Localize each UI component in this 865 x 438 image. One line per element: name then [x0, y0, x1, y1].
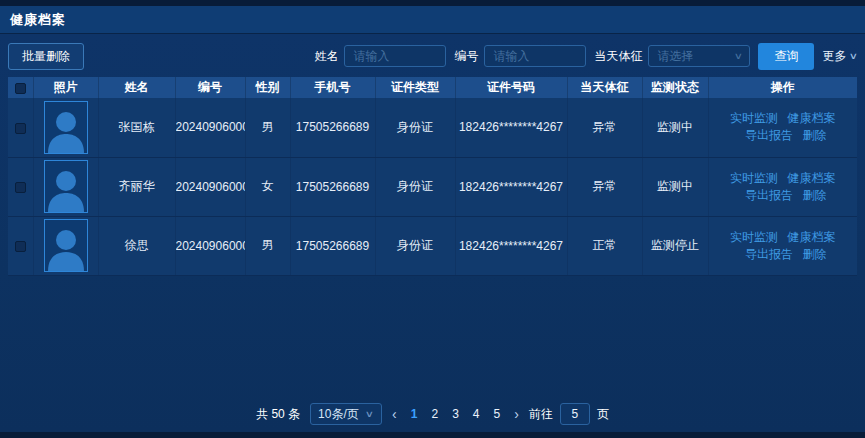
name-filter-label: 姓名	[314, 48, 338, 65]
table-empty-area	[8, 276, 857, 399]
chevron-down-icon: ∨	[733, 51, 742, 61]
row-checkbox[interactable]	[15, 123, 26, 134]
health-record-link[interactable]: 健康档案	[787, 230, 835, 244]
export-report-link[interactable]: 导出报告	[745, 188, 793, 202]
avatar	[44, 219, 88, 272]
col-actions: 操作	[708, 77, 857, 98]
person-silhouette-icon	[46, 166, 86, 212]
page-title: 健康档案	[10, 11, 66, 29]
page-number-5[interactable]: 5	[494, 407, 501, 421]
table-header-row: 照片 姓名 编号 性别 手机号 证件类型 证件号码 当天体征 监测状态 操作	[8, 77, 857, 98]
realtime-monitor-link[interactable]: 实时监测	[730, 230, 778, 244]
health-record-link[interactable]: 健康档案	[787, 111, 835, 125]
cell-gender: 男	[245, 98, 290, 157]
goto-label: 前往	[529, 406, 553, 423]
avatar	[44, 160, 88, 213]
page-number-1[interactable]: 1	[411, 407, 418, 421]
filter-name: 姓名	[314, 45, 446, 67]
page-number-2[interactable]: 2	[431, 407, 438, 421]
table-row: 张国栋 202409060001 男 17505266689 身份证 18242…	[8, 98, 857, 157]
col-name: 姓名	[98, 77, 175, 98]
vitals-filter-label: 当天体征	[594, 48, 642, 65]
delete-link[interactable]: 删除	[802, 247, 826, 261]
person-silhouette-icon	[46, 225, 86, 271]
toolbar: 批量删除 姓名 编号 当天体征 请选择 ∨ 查询 更多 ∨	[8, 41, 857, 71]
cell-vitals: 正常	[567, 216, 642, 275]
goto-page-input[interactable]	[560, 403, 590, 425]
bottom-window-strip	[0, 432, 865, 438]
cell-status: 监测停止	[642, 216, 708, 275]
cell-status: 监测中	[642, 157, 708, 216]
col-gender: 性别	[245, 77, 290, 98]
cell-code: 202409060002	[175, 157, 245, 216]
cell-gender: 男	[245, 216, 290, 275]
cell-cert-no: 182426********4267	[455, 157, 567, 216]
filter-bar: 姓名 编号 当天体征 请选择 ∨ 查询 更多 ∨	[314, 43, 857, 70]
cell-status: 监测中	[642, 98, 708, 157]
export-report-link[interactable]: 导出报告	[745, 247, 793, 261]
row-checkbox[interactable]	[15, 182, 26, 193]
name-filter-input[interactable]	[344, 45, 446, 67]
person-silhouette-icon	[46, 107, 86, 153]
col-phone: 手机号	[290, 77, 375, 98]
cell-code: 202409060001	[175, 98, 245, 157]
pager: ‹ 1 2 3 4 5 ›	[392, 407, 519, 421]
cell-vitals: 异常	[567, 98, 642, 157]
cell-phone: 17505266689	[290, 98, 375, 157]
cell-name: 齐丽华	[98, 157, 175, 216]
chevron-down-icon: ∨	[849, 51, 858, 61]
col-code: 编号	[175, 77, 245, 98]
cell-phone: 17505266689	[290, 157, 375, 216]
cell-vitals: 异常	[567, 157, 642, 216]
title-bar: 健康档案	[0, 6, 865, 34]
goto-suffix: 页	[597, 406, 609, 423]
search-button[interactable]: 查询	[758, 43, 814, 70]
table-row: 齐丽华 202409060002 女 17505266689 身份证 18242…	[8, 157, 857, 216]
cell-phone: 17505266689	[290, 216, 375, 275]
more-label: 更多	[822, 48, 846, 65]
delete-link[interactable]: 删除	[802, 188, 826, 202]
code-filter-input[interactable]	[484, 45, 586, 67]
cell-cert-no: 182426********4267	[455, 98, 567, 157]
page-size-select[interactable]: 10条/页 ∨	[310, 403, 382, 425]
more-button[interactable]: 更多 ∨	[822, 48, 857, 65]
realtime-monitor-link[interactable]: 实时监测	[730, 111, 778, 125]
vitals-filter-select[interactable]: 请选择 ∨	[648, 45, 750, 67]
health-record-link[interactable]: 健康档案	[787, 171, 835, 185]
batch-delete-button[interactable]: 批量删除	[8, 43, 84, 70]
page-number-3[interactable]: 3	[452, 407, 459, 421]
filter-code: 编号	[454, 45, 586, 67]
cell-name: 张国栋	[98, 98, 175, 157]
col-photo: 照片	[33, 77, 98, 98]
delete-link[interactable]: 删除	[802, 128, 826, 142]
filter-vitals: 当天体征 请选择 ∨	[594, 45, 750, 67]
page-size-value: 10条/页	[318, 406, 359, 423]
code-filter-label: 编号	[454, 48, 478, 65]
cell-cert-type: 身份证	[375, 157, 455, 216]
records-table: 照片 姓名 编号 性别 手机号 证件类型 证件号码 当天体征 监测状态 操作	[8, 77, 857, 276]
prev-page-arrow[interactable]: ‹	[392, 407, 397, 421]
cell-name: 徐思	[98, 216, 175, 275]
main-content: 批量删除 姓名 编号 当天体征 请选择 ∨ 查询 更多 ∨	[0, 34, 865, 432]
col-cert-no: 证件号码	[455, 77, 567, 98]
goto-page: 前往 页	[529, 403, 609, 425]
cell-cert-no: 182426********4267	[455, 216, 567, 275]
export-report-link[interactable]: 导出报告	[745, 128, 793, 142]
table-row: 徐思 202409060003 男 17505266689 身份证 182426…	[8, 216, 857, 275]
total-count: 共 50 条	[256, 406, 300, 423]
page-number-4[interactable]: 4	[473, 407, 480, 421]
cell-cert-type: 身份证	[375, 216, 455, 275]
cell-gender: 女	[245, 157, 290, 216]
col-cert-type: 证件类型	[375, 77, 455, 98]
cell-code: 202409060003	[175, 216, 245, 275]
row-checkbox[interactable]	[15, 241, 26, 252]
avatar	[44, 101, 88, 154]
col-vitals: 当天体征	[567, 77, 642, 98]
realtime-monitor-link[interactable]: 实时监测	[730, 171, 778, 185]
select-all-checkbox[interactable]	[15, 83, 26, 94]
col-status: 监测状态	[642, 77, 708, 98]
vitals-select-placeholder: 请选择	[657, 48, 693, 65]
cell-cert-type: 身份证	[375, 98, 455, 157]
next-page-arrow[interactable]: ›	[514, 407, 519, 421]
chevron-down-icon: ∨	[364, 409, 373, 419]
